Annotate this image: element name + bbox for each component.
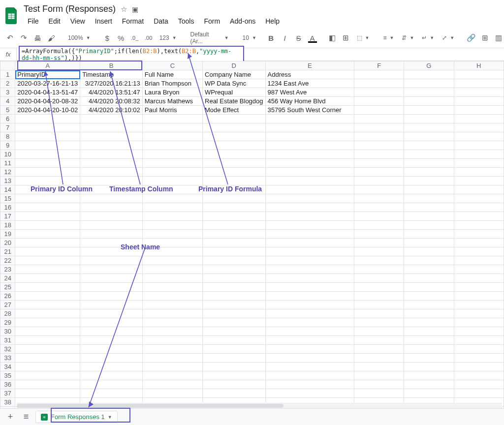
row-header[interactable]: 29 (0, 318, 15, 327)
row-header[interactable]: 30 (0, 327, 15, 336)
cell[interactable] (404, 203, 454, 212)
cell[interactable] (265, 194, 354, 203)
cell[interactable] (354, 301, 404, 309)
cell[interactable] (454, 336, 504, 345)
cell[interactable] (265, 345, 354, 354)
cell[interactable] (80, 283, 143, 292)
cell[interactable] (454, 159, 504, 168)
document-title[interactable]: Test Form (Responses) (24, 4, 116, 14)
cell[interactable] (15, 354, 80, 363)
cell[interactable] (80, 247, 143, 256)
cell[interactable] (354, 345, 404, 354)
insert-comment-icon[interactable]: ⊞ (479, 32, 491, 44)
cell[interactable] (142, 318, 202, 327)
cell[interactable] (454, 354, 504, 363)
cell[interactable] (265, 292, 354, 301)
cell[interactable] (454, 150, 504, 159)
cell[interactable] (454, 292, 504, 301)
cell[interactable] (265, 301, 354, 309)
cell[interactable] (15, 380, 80, 389)
cell[interactable] (265, 380, 354, 389)
cell[interactable] (404, 230, 454, 239)
cell[interactable] (354, 239, 404, 247)
cell[interactable] (454, 389, 504, 398)
cell[interactable] (404, 70, 454, 79)
row-header[interactable]: 38 (0, 398, 15, 407)
cell[interactable] (454, 141, 504, 150)
cell[interactable] (354, 150, 404, 159)
cell[interactable] (80, 115, 143, 123)
cell[interactable] (354, 97, 404, 106)
row-header[interactable]: 2 (0, 79, 15, 88)
cell[interactable] (15, 327, 80, 336)
cell[interactable] (203, 354, 266, 363)
cell[interactable] (454, 97, 504, 106)
cell[interactable] (15, 150, 80, 159)
cell[interactable] (203, 301, 266, 309)
cell[interactable] (142, 363, 202, 371)
font-select[interactable]: Default (Ar...▼ (188, 30, 232, 46)
cell[interactable]: 2020-04-04-20-10-02 (15, 106, 80, 115)
row-header[interactable]: 3 (0, 88, 15, 97)
cell[interactable] (354, 194, 404, 203)
cell[interactable] (15, 309, 80, 318)
row-header[interactable]: 4 (0, 97, 15, 106)
cell[interactable] (265, 123, 354, 132)
cell[interactable] (354, 221, 404, 230)
row-header[interactable]: 24 (0, 274, 15, 283)
cell[interactable] (265, 177, 354, 185)
cell[interactable] (15, 318, 80, 327)
cell[interactable] (354, 380, 404, 389)
col-header-F[interactable]: F (354, 61, 404, 70)
format-currency-icon[interactable]: $ (101, 32, 113, 44)
cell[interactable] (404, 389, 454, 398)
cell[interactable] (404, 327, 454, 336)
cell[interactable]: 987 West Ave (265, 88, 354, 97)
cell[interactable] (404, 292, 454, 301)
cell[interactable]: 3/27/2020 16:21:13 (80, 79, 143, 88)
cell[interactable] (142, 371, 202, 380)
cell[interactable] (80, 336, 143, 345)
cell[interactable] (15, 194, 80, 203)
cell[interactable]: 2020-03-27-16-21-13 (15, 79, 80, 88)
all-sheets-button[interactable]: ≡ (20, 412, 32, 422)
cell[interactable] (203, 345, 266, 354)
cell[interactable] (354, 247, 404, 256)
cell[interactable] (142, 115, 202, 123)
cell[interactable] (265, 256, 354, 265)
cell[interactable] (404, 194, 454, 203)
cell[interactable] (142, 150, 202, 159)
cell[interactable] (203, 194, 266, 203)
cell[interactable] (454, 185, 504, 194)
cell[interactable] (354, 203, 404, 212)
horizontal-align-icon[interactable]: ≡▼ (380, 33, 397, 42)
cell[interactable]: Mode Effect (203, 106, 266, 115)
cell[interactable] (454, 327, 504, 336)
cell[interactable] (265, 265, 354, 274)
cell[interactable] (15, 239, 80, 247)
cell[interactable] (142, 327, 202, 336)
cell[interactable] (265, 212, 354, 221)
cell[interactable] (454, 301, 504, 309)
cell[interactable] (15, 203, 80, 212)
col-header-B[interactable]: B (80, 61, 143, 70)
row-header[interactable]: 32 (0, 345, 15, 354)
cell[interactable] (15, 115, 80, 123)
row-header[interactable]: 21 (0, 247, 15, 256)
cell[interactable] (404, 212, 454, 221)
menu-file[interactable]: File (24, 16, 43, 26)
sheet-tab-form-responses-1[interactable]: ≡ Form Responses 1 ▼ (35, 411, 118, 423)
cell[interactable] (404, 371, 454, 380)
cell[interactable] (15, 141, 80, 150)
cell[interactable]: Marcus Mathews (142, 97, 202, 106)
add-sheet-button[interactable]: + (4, 412, 17, 422)
cell[interactable] (203, 371, 266, 380)
cell[interactable]: PrimaryID (15, 70, 80, 79)
cell[interactable] (265, 115, 354, 123)
decrease-decimal-icon[interactable]: .0_ (129, 32, 141, 44)
cell[interactable] (454, 203, 504, 212)
cell[interactable] (454, 363, 504, 371)
cell[interactable]: Timestamp (80, 70, 143, 79)
col-header-D[interactable]: D (203, 61, 266, 70)
menu-format[interactable]: Format (118, 16, 148, 26)
